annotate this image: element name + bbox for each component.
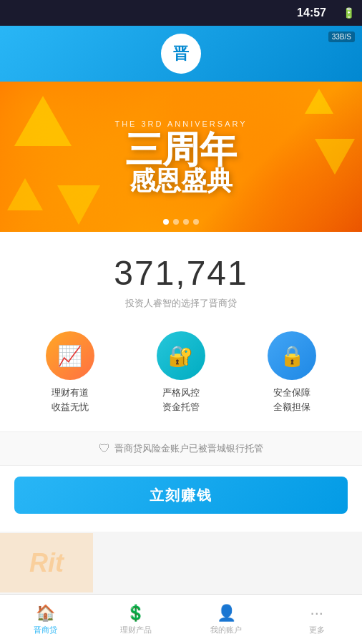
nav-label-home: 晋商贷	[34, 625, 57, 635]
wifi-speed-badge: 33B/S	[328, 31, 355, 42]
trust-bar: 🛡 晋商贷风险金账户已被晋城银行托管	[0, 431, 362, 466]
risk-icon: 🔐	[168, 344, 193, 368]
nav-item-home[interactable]: 🏠 晋商贷	[0, 600, 91, 640]
nav-label-products: 理财产品	[120, 625, 152, 635]
feature-icon-finance: 📈	[46, 331, 94, 380]
feature-label-security: 安全保障 全额担保	[273, 386, 310, 414]
banner-dot-1[interactable]	[163, 219, 169, 225]
feature-item-risk[interactable]: 🔐 严格风控 资金托管	[157, 331, 205, 414]
shield-icon: 🛡	[99, 442, 110, 455]
deco-triangle-4	[305, 89, 333, 114]
feature-label-risk: 严格风控 资金托管	[162, 386, 200, 414]
counter-number: 371,741	[0, 253, 362, 293]
deco-triangle-3	[57, 185, 100, 225]
feature-item-security[interactable]: 🔒 安全保障 全额担保	[268, 331, 316, 414]
feature-icon-security: 🔒	[268, 331, 316, 380]
banner-dot-4[interactable]	[193, 219, 199, 225]
status-time: 14:57	[297, 6, 326, 19]
logo-text: 晋	[173, 43, 189, 64]
deco-triangle-2	[7, 178, 43, 210]
feature-icon-risk: 🔐	[157, 331, 205, 380]
security-icon: 🔒	[280, 344, 305, 368]
earn-money-button[interactable]: 立刻赚钱	[14, 477, 348, 514]
feature-label-finance: 理财有道 收益无忧	[52, 386, 89, 414]
banner-dot-3[interactable]	[183, 219, 189, 225]
features-section: 📈 理财有道 收益无忧 🔐 严格风控 资金托管 🔒 安全保障 全额担保	[0, 321, 362, 424]
counter-section: 371,741 投资人睿智的选择了晋商贷	[0, 246, 362, 321]
app-logo: 晋	[161, 34, 201, 74]
bottom-navigation: 🏠 晋商贷 💲 理财产品 👤 我的账户 ··· 更多	[0, 594, 362, 644]
nav-label-account: 我的账户	[210, 625, 242, 635]
nav-item-more[interactable]: ··· 更多	[272, 600, 363, 640]
nav-label-more: 更多	[309, 625, 325, 635]
finance-icon: 📈	[57, 344, 82, 368]
banner-title-line2: 感恩盛典	[114, 168, 247, 194]
banner-dots	[163, 219, 199, 225]
trust-text: 晋商贷风险金账户已被晋城银行托管	[114, 442, 263, 455]
nav-item-products[interactable]: 💲 理财产品	[91, 600, 182, 640]
counter-description: 投资人睿智的选择了晋商贷	[0, 297, 362, 310]
products-icon: 💲	[126, 604, 145, 623]
deco-triangle-5	[315, 139, 355, 175]
more-icon: ···	[310, 604, 323, 623]
main-content: 371,741 投资人睿智的选择了晋商贷 📈 理财有道 收益无忧 🔐 严格风控 …	[0, 232, 362, 532]
watermark: Rit	[0, 533, 93, 592]
banner-subtitle: THE 3RD ANNIVERSARY	[114, 119, 247, 128]
cta-section: 立刻赚钱	[0, 466, 362, 525]
app-header: 晋 33B/S	[0, 26, 362, 82]
account-icon: 👤	[217, 604, 236, 623]
banner-content: THE 3RD ANNIVERSARY 三周年 感恩盛典	[114, 119, 247, 194]
battery-icon: 🔋	[343, 7, 355, 19]
watermark-text: Rit	[29, 548, 64, 578]
banner-dot-2[interactable]	[173, 219, 179, 225]
deco-triangle-1	[14, 96, 72, 146]
promo-banner[interactable]: THE 3RD ANNIVERSARY 三周年 感恩盛典	[0, 82, 362, 232]
nav-item-account[interactable]: 👤 我的账户	[181, 600, 272, 640]
status-bar: 14:57 🔋	[0, 0, 362, 26]
banner-title-line1: 三周年	[114, 131, 247, 168]
feature-item-finance[interactable]: 📈 理财有道 收益无忧	[46, 331, 94, 414]
home-icon: 🏠	[36, 604, 55, 623]
